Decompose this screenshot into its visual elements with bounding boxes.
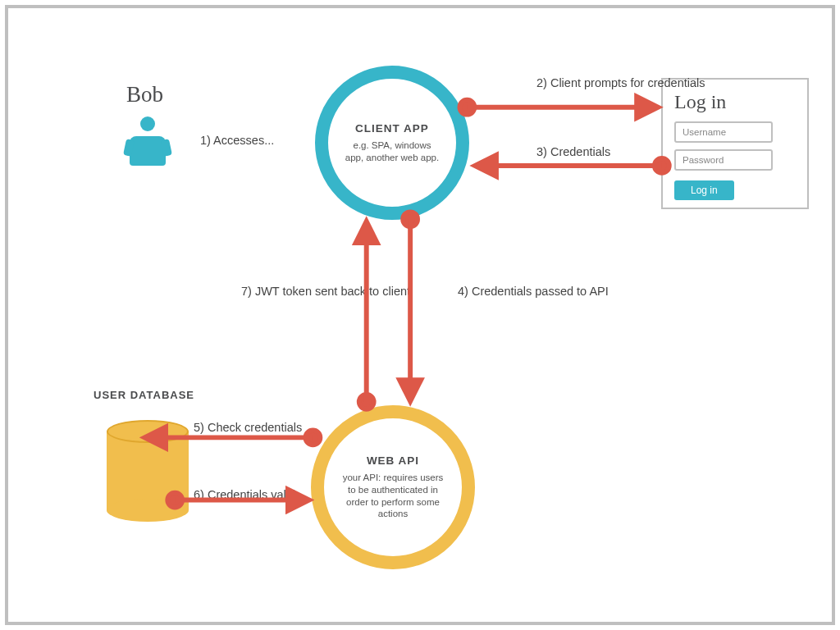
node-web-api: WEB API your API: requires users to be a… <box>311 405 475 569</box>
node-api-title: WEB API <box>367 454 419 467</box>
login-button: Log in <box>674 180 734 200</box>
node-client-app: CLIENT APP e.g. SPA, windows app, anothe… <box>315 66 469 220</box>
username-field: Username <box>674 121 773 143</box>
svg-point-8 <box>306 430 321 445</box>
diagram-canvas: Bob CLIENT APP e.g. SPA, windows app, an… <box>11 11 829 619</box>
node-client-title: CLIENT APP <box>355 122 429 135</box>
node-client-subtitle: e.g. SPA, windows app, another web app. <box>345 139 440 164</box>
step-2-label: 2) Client prompts for credentials <box>536 75 705 92</box>
step-6-label: 6) Credentials valid <box>194 487 295 504</box>
node-database-title: USER DATABASE <box>94 389 194 401</box>
password-field: Password <box>674 149 773 171</box>
step-1-label: 1) Accesses... <box>200 133 274 149</box>
login-panel: Log in Username Password Log in <box>661 78 809 209</box>
svg-point-6 <box>359 395 374 409</box>
person-icon <box>123 116 172 182</box>
step-3-label: 3) Credentials <box>536 144 610 161</box>
diagram-frame: Bob CLIENT APP e.g. SPA, windows app, an… <box>5 5 835 625</box>
step-5-label: 5) Check credentials <box>194 420 302 436</box>
node-api-subtitle: your API: requires users to be authentic… <box>340 472 445 521</box>
step-4-label: 4) Credentials passed to API <box>458 284 609 300</box>
step-7-label: 7) JWT token sent back to client <box>241 284 410 300</box>
login-title: Log in <box>674 91 796 113</box>
actor-name: Bob <box>126 82 163 107</box>
database-icon <box>107 420 189 522</box>
